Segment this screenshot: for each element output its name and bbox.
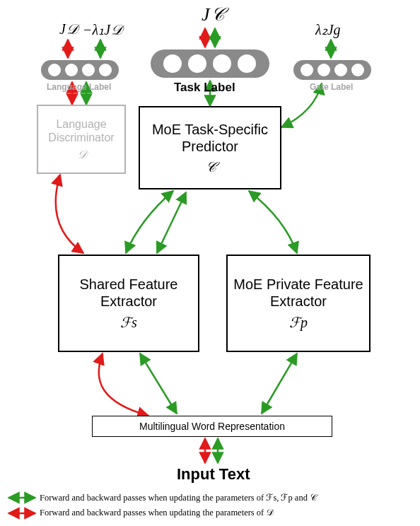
box-word-representation: Multilingual Word Representation	[92, 416, 332, 437]
label-gate: Gate Label	[310, 82, 353, 92]
svg-point-4	[99, 64, 112, 76]
label-input-text: Input Text	[177, 465, 250, 484]
svg-point-11	[301, 64, 313, 76]
arrow-shared-wordrep-green	[140, 353, 177, 414]
shared-symbol: ℱs	[120, 314, 137, 331]
predictor-symbol: 𝒞	[205, 159, 216, 175]
arrow-shared-wordrep-red	[99, 353, 148, 416]
legend-red-text: Forward and backward passes when updatin…	[40, 508, 274, 518]
loss-jd: J𝒟	[59, 21, 78, 37]
box-shared-extractor: Shared Feature Extractor ℱs	[58, 255, 199, 352]
private-title: MoE Private Feature Extractor	[233, 276, 363, 310]
wordrep-text: Multilingual Word Representation	[139, 421, 285, 432]
loss-lambda2-jg: λ₂Jg	[315, 21, 341, 38]
svg-point-12	[317, 64, 330, 76]
box-private-extractor: MoE Private Feature Extractor ℱp	[226, 255, 371, 352]
language-capsule-icon	[41, 60, 119, 80]
predictor-title: MoE Task-Specific Predictor	[146, 121, 274, 155]
task-capsule-icon	[151, 49, 269, 78]
box-language-discriminator: Language Discriminator 𝒟	[37, 105, 126, 174]
arrow-private-wordrep-green	[262, 353, 297, 414]
label-language: Language Label	[47, 82, 111, 92]
lang-disc-symbol: 𝒟	[77, 148, 86, 161]
legend-green-text: Forward and backward passes when updatin…	[40, 492, 317, 503]
legend-red: Forward and backward passes when updatin…	[40, 508, 274, 518]
svg-point-3	[82, 64, 95, 76]
svg-point-14	[351, 64, 364, 76]
arrow-disc-shared-red	[56, 175, 83, 253]
svg-point-7	[188, 54, 206, 73]
gate-capsule-icon	[293, 60, 371, 80]
arrow-predictor-private	[249, 191, 297, 253]
svg-point-2	[65, 64, 78, 76]
legend-green: Forward and backward passes when updatin…	[40, 492, 317, 503]
svg-point-8	[213, 54, 231, 73]
shared-title: Shared Feature Extractor	[65, 276, 192, 310]
label-task: Task Label	[174, 81, 235, 95]
loss-neg-lambda1-jd: −λ₁J𝒟	[83, 21, 122, 38]
box-predictor: MoE Task-Specific Predictor 𝒞	[139, 106, 281, 189]
lang-disc-title: Language Discriminator	[44, 117, 119, 144]
arrow-predictor-shared-left	[126, 191, 173, 253]
loss-jc: J𝒞	[202, 4, 223, 25]
svg-point-1	[48, 64, 61, 76]
private-symbol: ℱp	[289, 314, 308, 331]
svg-point-6	[163, 54, 182, 73]
svg-point-13	[334, 64, 347, 76]
svg-point-9	[238, 54, 256, 73]
